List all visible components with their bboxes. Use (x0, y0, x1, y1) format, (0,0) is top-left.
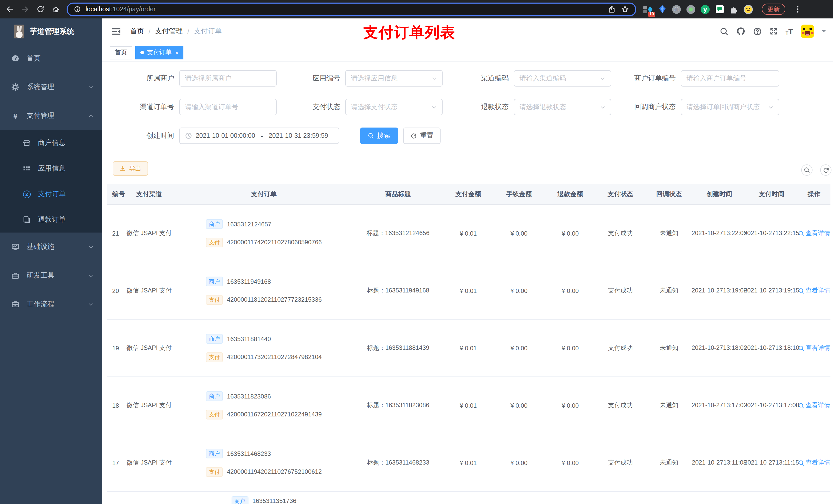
sidebar-item-商户信息[interactable]: 商户信息 (0, 130, 102, 156)
chat-extension-icon[interactable] (715, 4, 724, 14)
command-extension-icon[interactable]: ⌘ (672, 4, 681, 14)
show-search-toggle-button[interactable] (801, 164, 812, 176)
date-line: 2021-10-27 (744, 401, 776, 410)
browser-reload-icon[interactable] (36, 5, 45, 14)
input-商户订单编号[interactable]: 请输入商户订单编号 (681, 70, 779, 87)
extension-badge: 10 (648, 11, 655, 17)
select-支付状态[interactable]: 请选择支付状态 (345, 99, 443, 115)
cell-refund: ¥ 0.00 (545, 402, 596, 409)
sidebar-menu: 首页系统管理¥支付管理商户信息应用信息¥支付订单退款订单基础设施研发工具工作流程 (0, 44, 102, 318)
emoji-extension-icon[interactable] (743, 4, 753, 14)
cell-status: 支付成功 (596, 286, 645, 295)
cell-pay-order: 商户1635311949168支付42000011812021102777232… (175, 277, 353, 305)
site-info-icon[interactable] (74, 6, 81, 13)
url-text: localhost:1024/pay/order (86, 6, 156, 13)
breadcrumb-separator: / (148, 27, 151, 35)
caret-down-icon[interactable] (822, 30, 826, 34)
view-detail-link[interactable]: 查看详情 (798, 229, 830, 238)
sidebar-item-应用信息[interactable]: 应用信息 (0, 156, 102, 181)
tab-支付订单[interactable]: 支付订单× (135, 46, 184, 59)
cell-channel: 微信 JSAPI 支付 (123, 344, 175, 352)
select-渠道编码[interactable]: 请输入渠道编码 (514, 70, 611, 87)
browser-update-button[interactable]: 更新 (762, 4, 785, 15)
select-应用编号[interactable]: 请选择应用信息 (345, 70, 443, 87)
cell-title: 标题：1635311881439 (353, 344, 443, 352)
chevron-down-icon (431, 104, 437, 110)
select-退款状态[interactable]: 请选择退款状态 (514, 99, 611, 115)
share-icon[interactable] (607, 5, 616, 14)
placeholder-text: 请选择支付状态 (351, 102, 428, 112)
refresh-icon (823, 167, 829, 173)
sidebar-item-首页[interactable]: 首页 (0, 44, 102, 73)
reset-button[interactable]: 重置 (403, 127, 441, 144)
browser-back-icon[interactable] (5, 5, 14, 14)
refresh-button[interactable] (820, 164, 831, 176)
date-range-input[interactable]: 2021-10-01 00:00:00 - 2021-10-31 23:59:5… (179, 127, 339, 144)
sidebar-item-研发工具[interactable]: 研发工具 (0, 261, 102, 290)
tab-close-icon[interactable]: × (175, 49, 178, 55)
filter-field-商户订单编号: 商户订单编号请输入商户订单编号 (604, 70, 779, 87)
sidebar-item-退款订单[interactable]: 退款订单 (0, 207, 102, 233)
sidebar-item-支付订单[interactable]: ¥支付订单 (0, 181, 102, 207)
tab-首页[interactable]: 首页 (110, 46, 132, 59)
user-avatar[interactable] (801, 25, 814, 38)
breadcrumb-item[interactable]: 支付管理 (155, 27, 183, 36)
input-所属商户[interactable]: 请选择所属商户 (179, 70, 277, 87)
view-detail-link[interactable]: 查看详情 (798, 401, 830, 410)
cell-id: 21 (107, 230, 123, 237)
help-icon[interactable] (753, 27, 762, 35)
sidebar-item-支付管理[interactable]: ¥支付管理 (0, 101, 102, 130)
time-line: 13:19:09 (723, 286, 747, 295)
sidebar-item-系统管理[interactable]: 系统管理 (0, 73, 102, 101)
cell-fee: ¥ 0.00 (493, 344, 545, 352)
column-header-商品标题: 商品标题 (353, 190, 443, 199)
puzzle-extension-icon[interactable] (729, 4, 739, 14)
sidebar-item-label: 商户信息 (38, 138, 66, 147)
merchant-order-line: 商户1635311351736 (231, 496, 296, 504)
submenu-支付管理: 商户信息应用信息¥支付订单退款订单 (0, 130, 102, 233)
briefcase-icon (11, 300, 20, 308)
breadcrumb-separator: / (188, 27, 190, 35)
search-icon[interactable] (720, 27, 729, 35)
record-extension-icon[interactable] (686, 4, 696, 14)
yuque-extension-icon[interactable]: y (700, 4, 710, 14)
view-detail-link[interactable]: 查看详情 (798, 458, 830, 467)
sidebar-collapse-icon[interactable] (112, 27, 120, 35)
cell-pay-time: 2021-10-2713:22:15 (745, 229, 798, 238)
breadcrumb-item[interactable]: 首页 (130, 27, 144, 36)
filter-field-渠道订单号: 渠道订单号请输入渠道订单号 (102, 99, 277, 115)
merchant-tag: 商户 (231, 496, 248, 504)
sidebar-item-label: 研发工具 (27, 271, 54, 280)
export-button[interactable]: 导出 (113, 161, 148, 176)
fontsize-icon[interactable]: TT (786, 27, 793, 35)
time-line: 13:18:10 (776, 343, 799, 353)
column-header-支付渠道: 支付渠道 (123, 190, 175, 199)
kite-extension-icon[interactable] (657, 4, 667, 14)
browser-forward-icon[interactable] (21, 5, 29, 14)
bookmark-star-icon[interactable] (620, 5, 629, 14)
browser-home-icon[interactable] (51, 5, 60, 14)
placeholder-text: 请输入渠道订单号 (185, 102, 271, 112)
sidebar-item-基础设施[interactable]: 基础设施 (0, 233, 102, 261)
input-渠道订单号[interactable]: 请输入渠道订单号 (179, 99, 277, 115)
time-line: 13:18:02 (723, 343, 747, 353)
date-line: 2021-10-27 (692, 229, 723, 238)
cell-actions: 查看详情 (798, 344, 830, 352)
gear-icon (11, 83, 20, 91)
select-回调商户状态[interactable]: 请选择订单回调商户状态 (681, 99, 779, 115)
sidebar-item-工作流程[interactable]: 工作流程 (0, 290, 102, 318)
address-bar[interactable]: localhost:1024/pay/order (67, 2, 636, 16)
search-button[interactable]: 搜索 (360, 127, 398, 144)
view-detail-link[interactable]: 查看详情 (798, 286, 830, 295)
github-icon[interactable] (736, 27, 746, 36)
sketch-extension-icon[interactable]: 10 (643, 4, 653, 14)
fullscreen-icon[interactable] (770, 27, 778, 35)
order-numbers: 商户1635311949168支付42000011812021102777232… (206, 277, 322, 305)
cell-amount: ¥ 0.01 (443, 287, 493, 294)
view-detail-link[interactable]: 查看详情 (798, 344, 830, 352)
cell-refund: ¥ 0.00 (545, 230, 596, 237)
cell-pay-order: 商户1635311823086支付42000011672021102710224… (175, 391, 353, 419)
cell-status: 支付成功 (596, 229, 645, 238)
browser-menu-icon[interactable] (793, 5, 802, 14)
extension-icons: 10⌘y (643, 4, 753, 14)
